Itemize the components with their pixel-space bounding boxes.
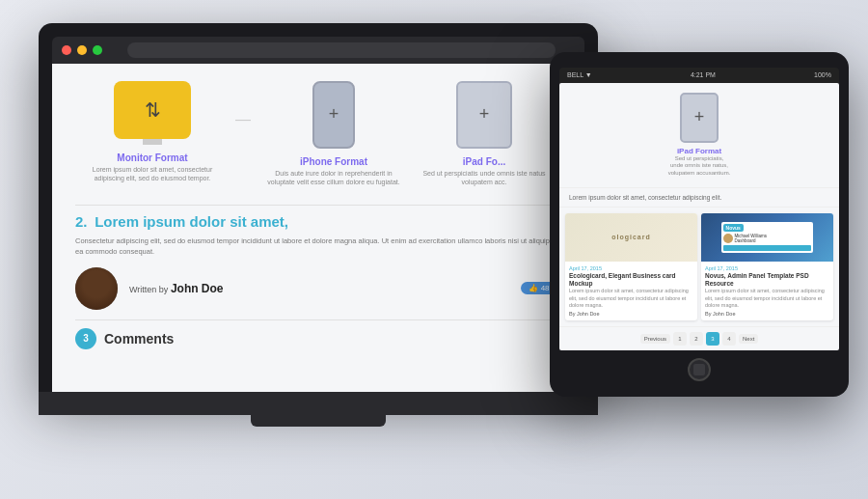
card-1-logo: ologicard [611, 234, 651, 240]
tablet-format-desc3: volupatem accusantium. [571, 170, 827, 178]
card-grid: ologicard April 17, 2015 Ecologicard, El… [559, 208, 839, 326]
author-row: Written by John Doe 👍 487 [75, 267, 561, 310]
section-2-heading: 2. Lorem ipsum dolor sit amet, [75, 213, 561, 230]
dashboard-avatar [723, 234, 733, 243]
section-2-body: Consectetur adipiscing elit, sed do eius… [75, 236, 561, 258]
separator-1: — [235, 81, 251, 188]
monitor-format-desc: Lorem ipsum dolor sit amet, consectetur … [85, 165, 220, 184]
page-2[interactable]: 2 [690, 332, 703, 346]
tablet-status-bar: BELL ▼ 4:21 PM 100% [559, 68, 839, 83]
main-scene: ⇅ Monitor Format Lorem ipsum dolor sit a… [19, 14, 849, 486]
author-text: Written by John Doe [129, 282, 224, 295]
card-1-title: Ecologicard, Elegant Business card Mocku… [569, 272, 693, 288]
section-2-number: 2. [75, 213, 88, 230]
tablet-ipad-format-title: iPad Format [571, 147, 827, 155]
monitor-format-icon: ⇅ [114, 81, 191, 139]
card-2-text: Lorem ipsum dolor sit amet, consectetur … [705, 288, 829, 308]
prev-button[interactable]: Previous [640, 334, 670, 344]
avatar-image [75, 267, 118, 310]
tablet-home-inner [693, 364, 705, 375]
card-1-author: By John Doe [569, 311, 693, 317]
monitor-frame: ⇅ Monitor Format Lorem ipsum dolor sit a… [39, 23, 598, 392]
divider-2 [75, 319, 561, 320]
card-2-dashboard: Novus Michael WilliamsDashboard [721, 222, 814, 254]
format-row: ⇅ Monitor Format Lorem ipsum dolor sit a… [75, 81, 561, 188]
tablet-status-left: BELL ▼ [567, 71, 592, 78]
tablet-home-button[interactable] [688, 358, 711, 381]
address-bar[interactable] [127, 42, 556, 58]
tablet-format-icon: + [680, 93, 719, 143]
card-2-title: Novus, Admin Panel Template PSD Resource [705, 272, 829, 288]
pagination-row: Previous 1 2 3 4 Next [559, 326, 839, 350]
format-item-ipad: + iPad Fo... Sed ut perspiciatis unde om… [417, 81, 552, 188]
monitor-format-title: Monitor Format [85, 152, 220, 163]
section-2-title: Lorem ipsum dolor sit amet, [95, 213, 288, 230]
format-item-monitor: ⇅ Monitor Format Lorem ipsum dolor sit a… [85, 81, 220, 188]
iphone-format-desc: Duis aute irure dolor in reprehenderit i… [266, 169, 401, 188]
page-3-active[interactable]: 3 [706, 332, 719, 346]
novus-badge: Novus [723, 224, 744, 232]
card-2-thumb: Novus Michael WilliamsDashboard [701, 213, 833, 262]
tablet-format-desc2: unde omnis iste natus, [571, 162, 827, 170]
dashboard-user-info: Michael WilliamsDashboard [735, 234, 768, 244]
minimize-button-yellow[interactable] [77, 45, 87, 55]
card-2-author: By John Doe [705, 311, 829, 317]
card-1-body: April 17, 2015 Ecologicard, Elegant Busi… [565, 262, 697, 320]
arrows-icon: ⇅ [145, 98, 161, 122]
screen-content: ⇅ Monitor Format Lorem ipsum dolor sit a… [52, 64, 584, 367]
phone-format-icon: + [312, 81, 355, 149]
novus-header: Novus [723, 224, 812, 232]
ipad-format-title: iPad Fo... [417, 156, 552, 167]
next-button[interactable]: Next [739, 334, 758, 344]
written-by-label: Written by [129, 285, 168, 294]
card-1[interactable]: ologicard April 17, 2015 Ecologicard, El… [565, 213, 697, 320]
plus-icon-ipad: + [479, 104, 490, 125]
divider-1 [75, 205, 561, 206]
author-avatar [75, 267, 118, 310]
ipad-format-desc: Sed ut perspiciatis unde omnis iste natu… [417, 169, 552, 188]
card-2[interactable]: Novus Michael WilliamsDashboard [701, 213, 833, 320]
close-button-red[interactable] [62, 45, 71, 55]
dashboard-bar [723, 245, 812, 251]
dashboard-user-row: Michael WilliamsDashboard [723, 234, 812, 244]
card-2-body: April 17, 2015 Novus, Admin Panel Templa… [701, 262, 833, 320]
monitor-top-bar [52, 37, 584, 64]
card-1-thumb: ologicard [565, 213, 697, 262]
card-1-date: April 17, 2015 [569, 265, 693, 271]
tablet-frame: BELL ▼ 4:21 PM 100% + iPad Format Sed ut… [550, 52, 849, 397]
ipad-format-icon: + [456, 81, 512, 149]
page-4[interactable]: 4 [722, 332, 736, 346]
tablet-format-section: + iPad Format Sed ut perspiciatis, unde … [559, 83, 839, 188]
monitor-device: ⇅ Monitor Format Lorem ipsum dolor sit a… [39, 23, 598, 427]
maximize-button-green[interactable] [93, 45, 102, 55]
monitor-stand [39, 392, 598, 415]
comments-label: Comments [104, 331, 174, 347]
comment-number: 3 [83, 333, 89, 344]
tablet-device: BELL ▼ 4:21 PM 100% + iPad Format Sed ut… [550, 52, 849, 397]
tablet-status-time: 4:21 PM [691, 71, 716, 78]
monitor-screen: ⇅ Monitor Format Lorem ipsum dolor sit a… [52, 64, 584, 392]
page-1[interactable]: 1 [673, 332, 687, 346]
iphone-format-title: iPhone Format [266, 156, 401, 167]
comments-row: 3 Comments [75, 328, 561, 349]
plus-icon-phone: + [329, 104, 339, 125]
author-name: John Doe [171, 282, 224, 295]
monitor-base [251, 415, 386, 427]
tablet-battery: 100% [814, 71, 831, 78]
card-1-text: Lorem ipsum dolor sit amet, consectetur … [569, 288, 693, 308]
card-2-date: April 17, 2015 [705, 265, 829, 271]
tablet-screen: + iPad Format Sed ut perspiciatis, unde … [559, 83, 839, 350]
tablet-plus-icon: + [694, 107, 705, 127]
tablet-lorem-text: Lorem ipsum dolor sit amet, consectetur … [559, 188, 839, 208]
comment-number-badge: 3 [75, 328, 96, 349]
tablet-format-desc1: Sed ut perspiciatis, [571, 155, 827, 163]
format-item-iphone: + iPhone Format Duis aute irure dolor in… [266, 81, 401, 188]
